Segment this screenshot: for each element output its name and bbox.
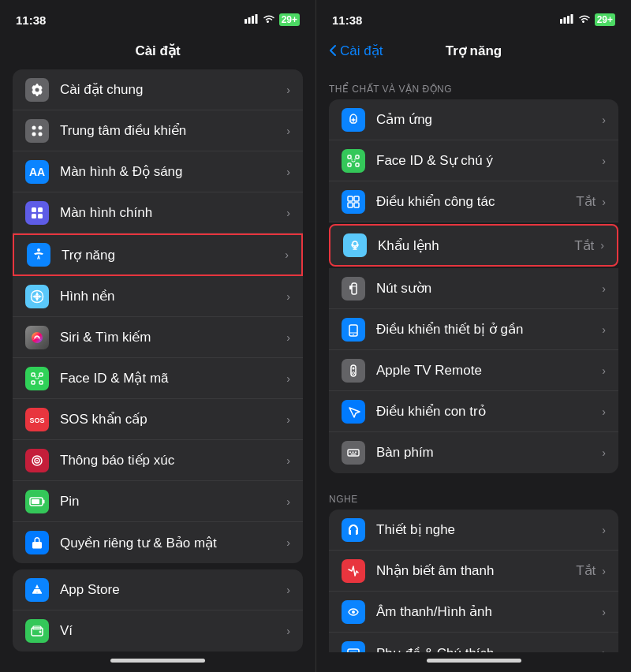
chevron-icon: › <box>602 323 606 336</box>
left-panel: 11:38 29+ Cài đặt <box>0 0 316 672</box>
settings-item-man-hinh-do-sang[interactable]: AA Màn hình & Độ sáng › <box>13 151 303 192</box>
chevron-icon: › <box>286 84 290 96</box>
settings-item-man-hinh-chinh[interactable]: Màn hình chính › <box>13 192 303 233</box>
section2-group: Thiết bị nghe › Nhận biết âm thanh Tắt › <box>329 510 618 652</box>
trung-tam-label: Trung tâm điều khiển <box>60 122 186 139</box>
settings-item-apple-tv-remote[interactable]: Apple TV Remote › <box>329 350 618 391</box>
chevron-icon: › <box>286 536 290 549</box>
cai-dat-chung-right: › <box>283 84 290 96</box>
cai-dat-chung-label: Cài đặt chung <box>60 81 143 98</box>
phu-de-label: Phụ đề & Chú thích <box>376 645 495 653</box>
face-id-su-chu-y-content: Face ID & Sự chú ý › <box>376 152 606 169</box>
trung-tam-content: Trung tâm điều khiển › <box>60 122 290 139</box>
svg-point-5 <box>39 125 43 129</box>
back-button[interactable]: Cài đặt <box>329 43 383 59</box>
settings-item-dieu-khien-cong-tac[interactable]: Điều khiển công tác Tắt › <box>329 181 618 222</box>
app-store-label: App Store <box>60 582 120 598</box>
apple-tv-remote-content: Apple TV Remote › <box>376 363 606 379</box>
chevron-icon: › <box>600 239 604 252</box>
settings-item-tro-nang[interactable]: Trợ năng › <box>13 233 303 276</box>
svg-rect-43 <box>348 196 353 201</box>
settings-item-nut-suon[interactable]: Nút sườn › <box>329 268 618 309</box>
siri-label: Siri & Tìm kiếm <box>60 329 151 345</box>
settings-item-phu-de[interactable]: Phụ đề & Chú thích › <box>329 633 618 652</box>
svg-point-21 <box>38 375 39 377</box>
hinh-nen-label: Hình nền <box>60 288 115 304</box>
face-id-icon <box>25 367 49 390</box>
svg-rect-18 <box>32 381 35 384</box>
chevron-icon: › <box>286 166 290 178</box>
dieu-khien-cong-tac-value: Tắt <box>576 193 596 210</box>
settings-item-face-id[interactable]: Face ID & Mật mã › <box>13 358 303 399</box>
settings-item-trung-tam[interactable]: Trung tâm điều khiển › <box>13 110 303 151</box>
settings-item-sos[interactable]: SOS SOS khẩn cấp › <box>13 399 303 440</box>
svg-rect-1 <box>248 17 250 24</box>
hinh-nen-icon <box>25 285 49 308</box>
settings-item-vi[interactable]: Ví › <box>13 610 303 651</box>
man-hinh-chinh-content: Màn hình chính › <box>60 205 290 221</box>
ban-phim-icon <box>342 441 365 465</box>
thong-bao-content: Thông báo tiếp xúc › <box>60 452 290 469</box>
svg-point-41 <box>351 159 353 160</box>
settings-item-thong-bao[interactable]: Thông báo tiếp xúc › <box>13 440 303 481</box>
cai-dat-chung-content: Cài đặt chung › <box>60 81 290 98</box>
settings-group-2: App Store › Ví › <box>13 569 303 651</box>
wifi-icon-right <box>578 14 591 26</box>
app-store-icon <box>25 578 49 602</box>
settings-item-siri[interactable]: Siri & Tìm kiếm › <box>13 317 303 358</box>
settings-item-dieu-khien-thiet-bi[interactable]: Điều khiển thiết bị ở gần › <box>329 309 618 350</box>
settings-item-hinh-nen[interactable]: Hình nền › <box>13 276 303 317</box>
settings-item-khau-lenh[interactable]: Khẩu lệnh Tắt › <box>329 224 618 267</box>
settings-item-thiet-bi-nghe[interactable]: Thiết bị nghe › <box>329 510 618 551</box>
section1-group: Cảm ứng › <box>329 99 618 473</box>
settings-item-app-store[interactable]: App Store › <box>13 569 303 610</box>
quyen-content: Quyền riêng tư & Bảo mật › <box>60 535 290 551</box>
nhan-biet-am-thanh-label: Nhận biết âm thanh <box>376 562 494 579</box>
svg-rect-0 <box>245 19 247 24</box>
settings-item-dieu-khien-con-tro[interactable]: Điều khiển con trỏ › <box>329 391 618 432</box>
status-bar-left: 11:38 29+ <box>0 0 316 35</box>
settings-item-cai-dat-chung[interactable]: Cài đặt chung › <box>13 69 303 110</box>
svg-rect-33 <box>560 19 562 24</box>
chevron-icon: › <box>286 331 290 344</box>
settings-item-face-id-su-chu-y[interactable]: Face ID & Sự chú ý › <box>329 140 618 181</box>
dieu-khien-thiet-bi-content: Điều khiển thiết bị ở gần › <box>376 321 606 338</box>
cam-ung-label: Cảm ứng <box>376 111 432 128</box>
settings-item-cam-ung[interactable]: Cảm ứng › <box>329 99 618 140</box>
svg-point-7 <box>39 132 43 136</box>
settings-item-ban-phim[interactable]: Bàn phím › <box>329 432 618 473</box>
chevron-icon: › <box>286 125 290 137</box>
svg-rect-34 <box>563 17 566 24</box>
cai-dat-chung-icon <box>25 78 49 102</box>
nav-header-right: Cài đặt Trợ năng <box>316 35 631 69</box>
svg-point-4 <box>32 125 36 129</box>
svg-rect-45 <box>348 203 353 207</box>
dieu-khien-thiet-bi-icon <box>342 318 365 342</box>
dieu-khien-thiet-bi-label: Điều khiển thiết bị ở gần <box>376 321 523 338</box>
svg-rect-19 <box>39 381 43 384</box>
pin-content: Pin › <box>60 494 290 510</box>
chevron-icon: › <box>602 405 606 418</box>
settings-item-am-thanh-hinh-anh[interactable]: Âm thanh/Hình ảnh › <box>329 592 618 633</box>
dieu-khien-cong-tac-content: Điều khiển công tác Tắt › <box>376 193 606 210</box>
man-hinh-do-sang-content: Màn hình & Độ sáng › <box>60 163 290 180</box>
sos-label: SOS khẩn cấp <box>60 411 147 427</box>
cam-ung-content: Cảm ứng › <box>376 111 606 128</box>
settings-item-pin[interactable]: Pin › <box>13 481 303 522</box>
settings-item-quyen[interactable]: Quyền riêng tư & Bảo mật › <box>13 522 303 563</box>
chevron-icon: › <box>602 196 606 208</box>
svg-rect-50 <box>349 286 352 289</box>
svg-rect-2 <box>252 16 254 24</box>
face-id-label: Face ID & Mật mã <box>60 370 169 386</box>
settings-item-nhan-biet-am-thanh[interactable]: Nhận biết âm thanh Tắt › <box>329 551 618 592</box>
svg-point-55 <box>353 367 355 369</box>
wifi-icon-left <box>263 14 275 26</box>
face-id-su-chu-y-label: Face ID & Sự chú ý <box>376 152 493 169</box>
svg-point-62 <box>352 610 355 614</box>
nhan-biet-am-thanh-value: Tắt <box>576 562 596 579</box>
pin-icon <box>25 490 49 513</box>
svg-point-53 <box>353 334 354 335</box>
page-title-left: Cài đặt <box>135 43 180 59</box>
nav-header-left: Cài đặt <box>0 35 316 69</box>
nhan-biet-am-thanh-icon <box>342 559 365 583</box>
